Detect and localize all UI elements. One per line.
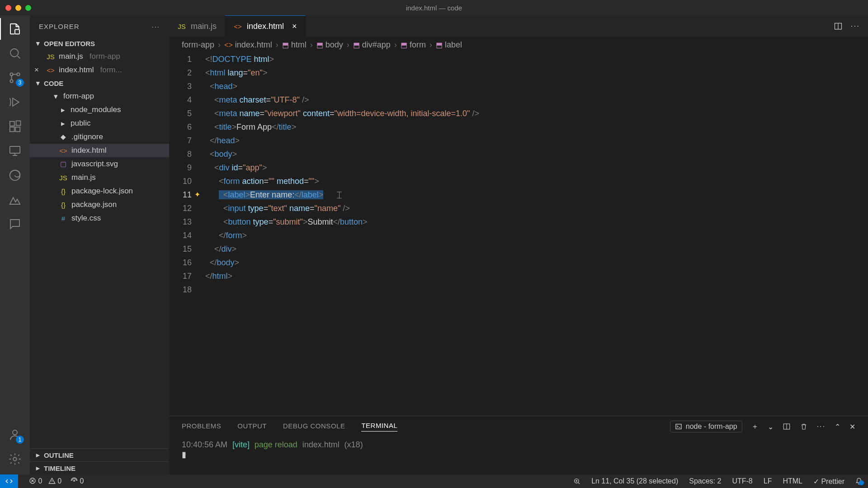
breadcrumb-item[interactable]: ⬒ div#app [353,40,391,50]
code-line[interactable]: </body> [205,256,868,269]
code-line[interactable]: </div> [205,242,868,256]
problems-status[interactable]: 0 0 [29,477,61,485]
language-status[interactable]: HTML [783,477,802,485]
code-line[interactable]: ✦ <label>Enter name:</label> ⌶ [205,188,868,202]
file-item[interactable]: #style.css [30,211,169,225]
code-line[interactable]: <meta name="viewport" content="width=dev… [205,107,868,120]
code-line[interactable]: <title>Form App</title> [205,120,868,134]
chevron-right-icon: ▸ [59,119,67,127]
panel-tab[interactable]: TERMINAL [361,422,397,432]
svg-point-16 [74,480,75,482]
file-item[interactable]: ▢javascript.svg [30,157,169,171]
chevron-right-icon: ▸ [34,451,42,459]
minimize-window-button[interactable] [15,5,21,11]
indentation-status[interactable]: Spaces: 2 [689,477,721,485]
panel-tab[interactable]: OUTPUT [237,422,267,432]
kill-terminal-icon[interactable] [800,422,808,431]
code-line[interactable]: <input type="text" name="name" /> [205,202,868,215]
file-icon: JS [177,23,186,30]
file-icon: {} [59,201,68,209]
code-line[interactable]: <body> [205,147,868,161]
terminal-dropdown-icon[interactable]: ⌄ [768,422,774,431]
breadcrumb[interactable]: form-app›<> index.html›⬒ html›⬒ body›⬒ d… [169,37,868,52]
close-window-button[interactable] [5,5,11,11]
code-line[interactable]: <button type="submit">Submit</button> [205,215,868,229]
code-line[interactable]: </head> [205,134,868,147]
file-item[interactable]: {}package.json [30,198,169,211]
workspace-section[interactable]: ▾ CODE [30,77,169,89]
file-icon: <> [59,147,68,155]
file-item[interactable]: <>index.html [30,144,169,157]
ports-status[interactable]: 0 [71,477,84,485]
lightbulb-icon[interactable]: ✦ [194,188,200,202]
panel-more-icon[interactable]: ··· [817,422,826,431]
breadcrumb-item[interactable]: ⬒ label [436,40,462,50]
encoding-status[interactable]: UTF-8 [732,477,752,485]
open-editor-item[interactable]: ×<>index.htmlform... [30,63,169,77]
editor-tab[interactable]: <>index.html× [225,15,306,37]
notifications-icon[interactable] [855,478,863,485]
settings-activity-icon[interactable] [7,451,23,467]
more-actions-icon[interactable]: ··· [851,22,860,31]
search-activity-icon[interactable] [7,45,23,61]
remote-activity-icon[interactable] [7,143,23,159]
folder-item[interactable]: ▸public [30,117,169,130]
cursor-position-status[interactable]: Ln 11, Col 35 (28 selected) [591,477,678,485]
breadcrumb-item[interactable]: ⬒ html [282,40,307,50]
activity-bar: 3 1 [0,15,30,474]
code-line[interactable]: <!DOCTYPE html> [205,52,868,66]
close-tab-icon[interactable]: × [292,22,297,31]
file-item[interactable]: JSmain.js [30,171,169,184]
code-line[interactable]: <meta charset="UTF-8" /> [205,93,868,107]
folder-form-app[interactable]: ▾ form-app [30,89,169,103]
terminal-process-select[interactable]: node - form-app [670,421,742,432]
file-item[interactable]: {}package-lock.json [30,184,169,198]
zoom-status[interactable] [573,478,580,485]
prettier-status[interactable]: ✓ Prettier [813,477,844,486]
editor-tab[interactable]: JSmain.js [169,15,225,37]
breadcrumb-item[interactable]: ⬒ body [316,40,343,50]
code-line[interactable]: <div id="app"> [205,161,868,174]
open-editors-section[interactable]: ▾ OPEN EDITORS [30,37,169,50]
terminal-output[interactable]: 10:40:56 AM [vite] page reload index.htm… [169,437,868,474]
edge-activity-icon[interactable] [7,167,23,183]
window-controls [5,5,31,11]
explorer-activity-icon[interactable] [7,21,23,37]
remote-indicator[interactable] [0,474,18,488]
split-editor-icon[interactable] [834,22,843,31]
maximize-window-button[interactable] [25,5,31,11]
code-editor[interactable]: 123456789101112131415161718 <!DOCTYPE ht… [169,52,868,416]
testing-activity-icon[interactable] [7,192,23,208]
extensions-activity-icon[interactable] [7,118,23,135]
comment-activity-icon[interactable] [7,216,23,232]
outline-section[interactable]: ▸ OUTLINE [30,448,169,461]
code-line[interactable]: <head> [205,80,868,93]
accounts-activity-icon[interactable]: 1 [7,427,23,443]
maximize-panel-icon[interactable]: ⌃ [835,422,840,431]
split-terminal-icon[interactable] [783,422,791,431]
code-line[interactable] [205,283,868,296]
code-line[interactable]: <form action="" method=""> [205,174,868,188]
code-line[interactable]: <html lang="en"> [205,66,868,80]
eol-status[interactable]: LF [764,477,772,485]
close-panel-icon[interactable]: ✕ [849,422,855,431]
bottom-panel: PROBLEMSOUTPUTDEBUG CONSOLETERMINAL node… [169,416,868,474]
new-terminal-icon[interactable]: ＋ [751,422,759,432]
timeline-section[interactable]: ▸ TIMELINE [30,461,169,474]
folder-item[interactable]: ▸node_modules [30,103,169,117]
panel-tab[interactable]: DEBUG CONSOLE [283,422,345,432]
breadcrumb-item[interactable]: ⬒ form [401,40,426,50]
scm-badge: 3 [16,79,24,87]
code-line[interactable]: </form> [205,229,868,242]
sidebar-more-icon[interactable]: ··· [151,23,160,30]
breadcrumb-item[interactable]: <> index.html [224,40,272,50]
file-item[interactable]: ◆.gitignore [30,130,169,144]
source-control-activity-icon[interactable]: 3 [7,70,23,86]
run-debug-activity-icon[interactable] [7,94,23,110]
code-line[interactable]: </html> [205,269,868,283]
close-icon[interactable]: × [34,66,39,75]
panel-tab[interactable]: PROBLEMS [182,422,221,432]
open-editor-item[interactable]: JSmain.jsform-app [30,50,169,63]
svg-point-10 [13,430,17,435]
breadcrumb-item[interactable]: form-app [182,40,214,50]
